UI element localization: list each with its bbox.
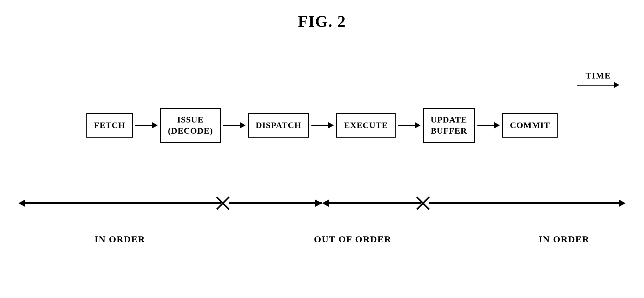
arrow-line-1 — [135, 125, 152, 126]
arrow-head-5 — [494, 122, 500, 128]
commit-box: COMMIT — [502, 113, 558, 137]
arrow-line-3 — [311, 125, 328, 126]
arrow-2 — [223, 122, 246, 128]
arrow-5 — [477, 122, 500, 128]
arrow-head-2 — [240, 122, 246, 128]
arrow-head-4 — [415, 122, 421, 128]
issue-box: ISSUE(DECODE) — [160, 108, 220, 143]
time-arrow-line — [577, 85, 614, 86]
time-label: TIME — [586, 71, 611, 81]
arrow-line-4 — [398, 125, 415, 126]
order-arrows-svg — [18, 191, 626, 240]
arrow-head-1 — [152, 122, 158, 128]
arrow-head-3 — [328, 122, 334, 128]
time-label-area: TIME — [577, 71, 619, 88]
page: FIG. 2 TIME FETCH ISSUE(DECODE) DISPATCH… — [0, 0, 644, 298]
order-labels-row: IN ORDER OUT OF ORDER IN ORDER — [18, 234, 626, 244]
fetch-box: FETCH — [86, 113, 133, 137]
time-arrow — [577, 82, 619, 88]
right-arrow-head-2 — [619, 199, 626, 207]
pipeline-row: FETCH ISSUE(DECODE) DISPATCH EXECUTE UPD… — [18, 108, 626, 143]
right-arrow-head-mid — [315, 199, 322, 207]
left-arrow-head-1 — [18, 199, 25, 207]
execute-box: EXECUTE — [336, 113, 395, 137]
arrow-1 — [135, 122, 158, 128]
left-arrow-line-1 — [25, 202, 221, 204]
mid-line-right1 — [229, 202, 322, 204]
in-order-right-label: IN ORDER — [503, 234, 626, 244]
arrow-line-5 — [477, 125, 494, 126]
update-buffer-box: UPDATEBUFFER — [423, 108, 475, 143]
arrow-4 — [398, 122, 421, 128]
out-of-order-label: OUT OF ORDER — [251, 234, 454, 244]
arrow-3 — [311, 122, 334, 128]
in-order-left-label: IN ORDER — [18, 234, 221, 244]
figure-title: FIG. 2 — [0, 0, 644, 30]
left-arrow-head-2 — [322, 199, 329, 207]
arrow-line-2 — [223, 125, 240, 126]
dispatch-box: DISPATCH — [248, 113, 309, 137]
out-line-2 — [429, 202, 619, 204]
time-arrow-head — [614, 82, 619, 88]
out-line-1 — [329, 202, 421, 204]
